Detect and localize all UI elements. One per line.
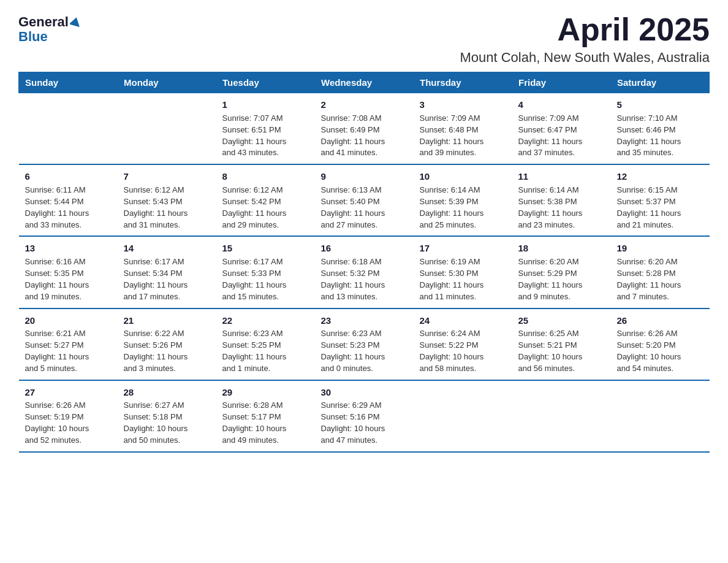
day-number: 29 [222, 386, 309, 399]
day-number: 15 [222, 242, 309, 255]
day-number: 25 [518, 314, 605, 327]
calendar-cell: 11Sunrise: 6:14 AMSunset: 5:38 PMDayligh… [512, 164, 611, 236]
day-number: 16 [321, 242, 408, 255]
week-row-1: 1Sunrise: 7:07 AMSunset: 6:51 PMDaylight… [19, 93, 710, 165]
day-info: Sunrise: 6:23 AMSunset: 5:25 PMDaylight:… [222, 328, 309, 374]
calendar-cell: 4Sunrise: 7:09 AMSunset: 6:47 PMDaylight… [512, 93, 611, 165]
calendar-cell: 3Sunrise: 7:09 AMSunset: 6:48 PMDaylight… [414, 93, 512, 165]
day-number: 2 [321, 98, 408, 112]
calendar-cell [19, 93, 118, 165]
logo-triangle-icon [70, 16, 81, 27]
calendar-cell: 19Sunrise: 6:20 AMSunset: 5:28 PMDayligh… [611, 236, 710, 308]
calendar-cell: 18Sunrise: 6:20 AMSunset: 5:29 PMDayligh… [512, 236, 611, 308]
calendar-cell: 6Sunrise: 6:11 AMSunset: 5:44 PMDaylight… [19, 164, 118, 236]
day-number: 13 [25, 242, 112, 255]
calendar-cell [414, 380, 512, 452]
header-day-thursday: Thursday [414, 72, 512, 93]
day-number: 17 [420, 242, 506, 255]
day-number: 1 [222, 98, 309, 112]
location-title: Mount Colah, New South Wales, Australia [460, 50, 710, 66]
week-row-2: 6Sunrise: 6:11 AMSunset: 5:44 PMDaylight… [19, 164, 710, 236]
header-day-friday: Friday [512, 72, 611, 93]
day-number: 3 [420, 98, 506, 112]
day-info: Sunrise: 6:26 AMSunset: 5:19 PMDaylight:… [25, 400, 112, 446]
svg-marker-0 [70, 16, 81, 27]
week-row-5: 27Sunrise: 6:26 AMSunset: 5:19 PMDayligh… [19, 380, 710, 452]
month-title: April 2025 [460, 12, 710, 47]
calendar-cell: 14Sunrise: 6:17 AMSunset: 5:34 PMDayligh… [118, 236, 216, 308]
day-number: 26 [617, 314, 703, 327]
day-number: 19 [617, 242, 703, 255]
day-number: 20 [25, 314, 112, 327]
calendar-cell: 26Sunrise: 6:26 AMSunset: 5:20 PMDayligh… [611, 308, 710, 380]
day-info: Sunrise: 7:09 AMSunset: 6:47 PMDaylight:… [518, 113, 605, 159]
day-info: Sunrise: 6:12 AMSunset: 5:43 PMDaylight:… [124, 185, 210, 231]
calendar-cell: 29Sunrise: 6:28 AMSunset: 5:17 PMDayligh… [216, 380, 315, 452]
day-info: Sunrise: 6:15 AMSunset: 5:37 PMDaylight:… [617, 185, 703, 231]
header-day-wednesday: Wednesday [315, 72, 414, 93]
logo: General Blue [18, 12, 81, 44]
calendar-table: SundayMondayTuesdayWednesdayThursdayFrid… [18, 72, 710, 453]
day-info: Sunrise: 6:14 AMSunset: 5:39 PMDaylight:… [420, 185, 506, 231]
calendar-cell: 15Sunrise: 6:17 AMSunset: 5:33 PMDayligh… [216, 236, 315, 308]
day-info: Sunrise: 6:26 AMSunset: 5:20 PMDaylight:… [617, 328, 703, 374]
day-number: 9 [321, 170, 408, 183]
day-number: 6 [25, 170, 112, 183]
day-info: Sunrise: 6:12 AMSunset: 5:42 PMDaylight:… [222, 185, 309, 231]
calendar-cell [118, 93, 216, 165]
day-info: Sunrise: 6:14 AMSunset: 5:38 PMDaylight:… [518, 185, 605, 231]
title-block: April 2025 Mount Colah, New South Wales,… [460, 12, 710, 66]
header-row: SundayMondayTuesdayWednesdayThursdayFrid… [19, 72, 710, 93]
calendar-cell [512, 380, 611, 452]
day-number: 7 [124, 170, 210, 183]
calendar-cell: 10Sunrise: 6:14 AMSunset: 5:39 PMDayligh… [414, 164, 512, 236]
day-info: Sunrise: 6:19 AMSunset: 5:30 PMDaylight:… [420, 256, 506, 302]
day-info: Sunrise: 6:20 AMSunset: 5:28 PMDaylight:… [617, 256, 703, 302]
day-info: Sunrise: 6:11 AMSunset: 5:44 PMDaylight:… [25, 185, 112, 231]
calendar-cell: 13Sunrise: 6:16 AMSunset: 5:35 PMDayligh… [19, 236, 118, 308]
week-row-4: 20Sunrise: 6:21 AMSunset: 5:27 PMDayligh… [19, 308, 710, 380]
day-number: 23 [321, 314, 408, 327]
calendar-cell: 24Sunrise: 6:24 AMSunset: 5:22 PMDayligh… [414, 308, 512, 380]
day-number: 30 [321, 386, 408, 399]
day-info: Sunrise: 6:16 AMSunset: 5:35 PMDaylight:… [25, 256, 112, 302]
calendar-cell: 22Sunrise: 6:23 AMSunset: 5:25 PMDayligh… [216, 308, 315, 380]
day-info: Sunrise: 7:09 AMSunset: 6:48 PMDaylight:… [420, 113, 506, 159]
day-number: 27 [25, 386, 112, 399]
day-info: Sunrise: 6:24 AMSunset: 5:22 PMDaylight:… [420, 328, 506, 374]
calendar-cell: 25Sunrise: 6:25 AMSunset: 5:21 PMDayligh… [512, 308, 611, 380]
calendar-header: SundayMondayTuesdayWednesdayThursdayFrid… [19, 72, 710, 93]
day-number: 28 [124, 386, 210, 399]
header-day-saturday: Saturday [611, 72, 710, 93]
logo-blue-text: Blue [18, 29, 48, 44]
calendar-body: 1Sunrise: 7:07 AMSunset: 6:51 PMDaylight… [19, 93, 710, 452]
day-info: Sunrise: 6:20 AMSunset: 5:29 PMDaylight:… [518, 256, 605, 302]
day-info: Sunrise: 6:21 AMSunset: 5:27 PMDaylight:… [25, 328, 112, 374]
day-info: Sunrise: 7:10 AMSunset: 6:46 PMDaylight:… [617, 113, 703, 159]
day-info: Sunrise: 6:28 AMSunset: 5:17 PMDaylight:… [222, 400, 309, 446]
calendar-cell: 27Sunrise: 6:26 AMSunset: 5:19 PMDayligh… [19, 380, 118, 452]
calendar-cell: 20Sunrise: 6:21 AMSunset: 5:27 PMDayligh… [19, 308, 118, 380]
calendar-cell: 2Sunrise: 7:08 AMSunset: 6:49 PMDaylight… [315, 93, 414, 165]
day-number: 8 [222, 170, 309, 183]
header: General Blue April 2025 Mount Colah, New… [18, 12, 710, 66]
day-info: Sunrise: 6:23 AMSunset: 5:23 PMDaylight:… [321, 328, 408, 374]
calendar-cell: 1Sunrise: 7:07 AMSunset: 6:51 PMDaylight… [216, 93, 315, 165]
calendar-cell: 28Sunrise: 6:27 AMSunset: 5:18 PMDayligh… [118, 380, 216, 452]
logo-general-text: General [18, 15, 69, 29]
day-info: Sunrise: 6:25 AMSunset: 5:21 PMDaylight:… [518, 328, 605, 374]
day-info: Sunrise: 6:29 AMSunset: 5:16 PMDaylight:… [321, 400, 408, 446]
day-info: Sunrise: 6:22 AMSunset: 5:26 PMDaylight:… [124, 328, 210, 374]
day-number: 21 [124, 314, 210, 327]
day-number: 14 [124, 242, 210, 255]
calendar-cell: 21Sunrise: 6:22 AMSunset: 5:26 PMDayligh… [118, 308, 216, 380]
day-info: Sunrise: 6:17 AMSunset: 5:33 PMDaylight:… [222, 256, 309, 302]
day-number: 18 [518, 242, 605, 255]
calendar-cell [611, 380, 710, 452]
calendar-cell: 23Sunrise: 6:23 AMSunset: 5:23 PMDayligh… [315, 308, 414, 380]
day-number: 12 [617, 170, 703, 183]
day-number: 4 [518, 98, 605, 112]
header-day-sunday: Sunday [19, 72, 118, 93]
day-number: 11 [518, 170, 605, 183]
calendar-cell: 30Sunrise: 6:29 AMSunset: 5:16 PMDayligh… [315, 380, 414, 452]
